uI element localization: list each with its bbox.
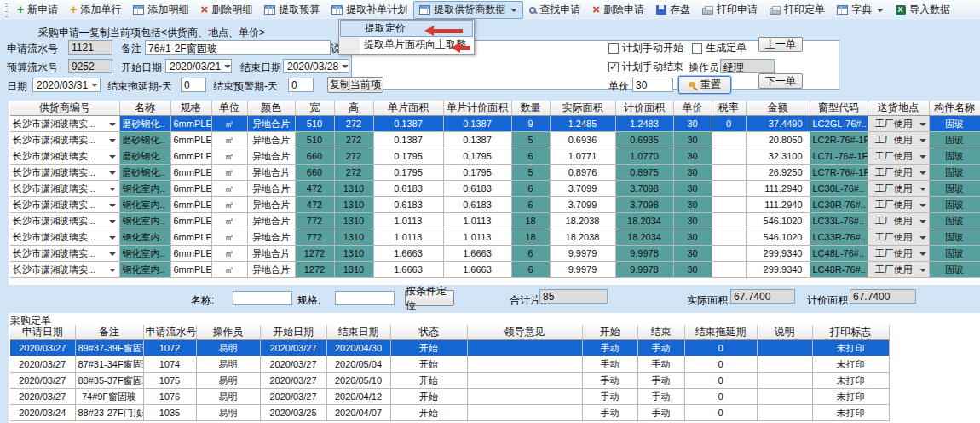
cell[interactable]: 6mmPLE..	[170, 246, 211, 262]
cell[interactable]: 0.1795	[373, 148, 443, 165]
cell[interactable]	[712, 197, 746, 213]
cell[interactable]: 手动	[582, 373, 637, 389]
table-row[interactable]: 2020/03/2488#23-27F门顶玻1035易明2020/03/2520…	[10, 405, 889, 421]
cell[interactable]: 开始	[390, 356, 467, 373]
cell[interactable]: LC2R-76#-1F	[810, 132, 868, 148]
table-row[interactable]: 2020/03/2789#37-39F窗固玻1072易明2020/03/2720…	[10, 340, 889, 356]
cell[interactable]: 0	[684, 356, 757, 373]
cell[interactable]: 0.1795	[443, 165, 511, 181]
cell[interactable]	[712, 229, 746, 246]
cell[interactable]: 钢化室内..	[119, 262, 170, 278]
cell[interactable]: 0.1387	[443, 116, 511, 132]
cell[interactable]: 272	[334, 148, 373, 165]
cell[interactable]: 111.2940	[746, 197, 810, 213]
cell[interactable]: 30	[673, 116, 712, 132]
cell[interactable]: 工厂使用	[868, 229, 929, 246]
cell[interactable]: 2020/04/12	[326, 389, 390, 405]
cell[interactable]: 固玻	[929, 229, 980, 246]
column-header[interactable]: 备注	[75, 325, 143, 340]
toolbar-button-save[interactable]: 存盘	[650, 1, 696, 19]
cell[interactable]: 工厂使用	[868, 148, 929, 165]
filter-spec-input[interactable]	[335, 291, 395, 305]
cell[interactable]: 1310	[334, 262, 373, 278]
cell[interactable]: 30	[673, 148, 712, 165]
cell[interactable]: 30	[673, 262, 712, 278]
cell[interactable]: 固玻	[929, 132, 980, 148]
column-header[interactable]: 单片面积	[373, 101, 443, 116]
cell[interactable]	[757, 405, 812, 421]
cell[interactable]: 30	[673, 197, 712, 213]
cell[interactable]: 异地合片	[247, 116, 295, 132]
cell[interactable]: ㎡	[211, 132, 247, 148]
cell[interactable]: 异地合片	[247, 246, 295, 262]
cell[interactable]: 6	[511, 262, 550, 278]
cell[interactable]: 0.6936	[550, 132, 615, 148]
cell[interactable]	[757, 373, 812, 389]
cell[interactable]: 0.6183	[373, 197, 443, 213]
cell[interactable]: ㎡	[211, 165, 247, 181]
cell[interactable]: 1310	[334, 213, 373, 229]
cell[interactable]: 长沙市潇湘玻璃实...	[10, 165, 119, 181]
cell[interactable]: 异地合片	[247, 181, 295, 197]
cell[interactable]: 32.3100	[746, 148, 810, 165]
cell[interactable]: 2020/03/24	[10, 405, 75, 421]
table-row[interactable]: 长沙市潇湘玻璃实...钢化室内..6mmPLE..㎡异地合片47213100.6…	[10, 181, 980, 197]
cell[interactable]: 0.1387	[373, 132, 443, 148]
cell[interactable]: 手动	[637, 373, 684, 389]
cell[interactable]: LC48L-76#..	[810, 246, 868, 262]
cell[interactable]: 89#37-39F窗固玻	[75, 340, 143, 356]
cell[interactable]: 5	[511, 132, 550, 148]
cell[interactable]: LC30L-76#..	[810, 181, 868, 197]
cell[interactable]: 1075	[143, 373, 196, 389]
cell[interactable]: 未打印	[812, 340, 889, 356]
table-row[interactable]: 2020/03/2774#9F窗固玻1076易明2020/03/272020/0…	[10, 389, 889, 405]
unit-price-field[interactable]: 30	[632, 78, 673, 92]
cell[interactable]: 1.0113	[373, 229, 443, 246]
column-header[interactable]: 结束拖延期	[684, 325, 757, 340]
cell[interactable]: 固玻	[929, 246, 980, 262]
cell[interactable]: 3.7099	[550, 197, 615, 213]
column-header[interactable]: 单价	[673, 101, 712, 116]
cell[interactable]: LC2GL-76#..	[810, 116, 868, 132]
generate-order-checkbox[interactable]: 生成定单	[692, 41, 747, 55]
cell[interactable]: 2020/03/27	[10, 340, 75, 356]
cell[interactable]: LC33L-76#..	[810, 213, 868, 229]
cell[interactable]: 2020/04/07	[326, 405, 390, 421]
cell[interactable]	[757, 356, 812, 373]
cell[interactable]: 6mmPLE..	[170, 116, 211, 132]
cell[interactable]: 510	[295, 116, 334, 132]
cell[interactable]: 26.9250	[746, 165, 810, 181]
cell[interactable]: 6mmPLE..	[170, 213, 211, 229]
cell[interactable]: 0	[684, 373, 757, 389]
column-header[interactable]: 开始	[582, 325, 637, 340]
table-row[interactable]: 长沙市潇湘玻璃实...磨砂钢化..6mmPLE..㎡异地合片6602720.17…	[10, 165, 980, 181]
manual-end-checkbox[interactable]: 计划手动结束	[608, 60, 683, 74]
cell[interactable]: ㎡	[211, 148, 247, 165]
cell[interactable]: 88#35-37F窗固玻	[75, 373, 143, 389]
cell[interactable]: 钢化室内..	[119, 181, 170, 197]
cell[interactable]: 6mmPLE..	[170, 262, 211, 278]
cell[interactable]: 未打印	[812, 389, 889, 405]
cell[interactable]: ㎡	[211, 116, 247, 132]
cell[interactable]: 钢化室内..	[119, 229, 170, 246]
column-header[interactable]: 构件名称	[929, 101, 980, 116]
cell[interactable]: ㎡	[211, 229, 247, 246]
cell[interactable]: 2020/04/30	[326, 340, 390, 356]
cell[interactable]: 2020/03/25	[260, 405, 326, 421]
cell[interactable]	[712, 165, 746, 181]
toolbar-button-extract-supplier[interactable]: 提取供货商数据	[413, 1, 523, 19]
cell[interactable]: 0.8976	[550, 165, 615, 181]
cell[interactable]: 30	[673, 181, 712, 197]
cell[interactable]: 磨砂钢化..	[119, 132, 170, 148]
column-header[interactable]: 申请日期	[10, 325, 75, 340]
table-row[interactable]: 长沙市潇湘玻璃实...钢化室内..6mmPLE..㎡异地合片127213101.…	[10, 246, 980, 262]
cell[interactable]: 0.8975	[615, 165, 673, 181]
cell[interactable]: 易明	[196, 389, 260, 405]
cell[interactable]: 易明	[196, 340, 260, 356]
cell[interactable]: 工厂使用	[868, 246, 929, 262]
cell[interactable]: 长沙市潇湘玻璃实...	[10, 132, 119, 148]
cell[interactable]: 易明	[196, 356, 260, 373]
checkbox-icon[interactable]	[608, 62, 619, 72]
cell[interactable]: 1076	[143, 389, 196, 405]
cell[interactable]: 0	[712, 116, 746, 132]
